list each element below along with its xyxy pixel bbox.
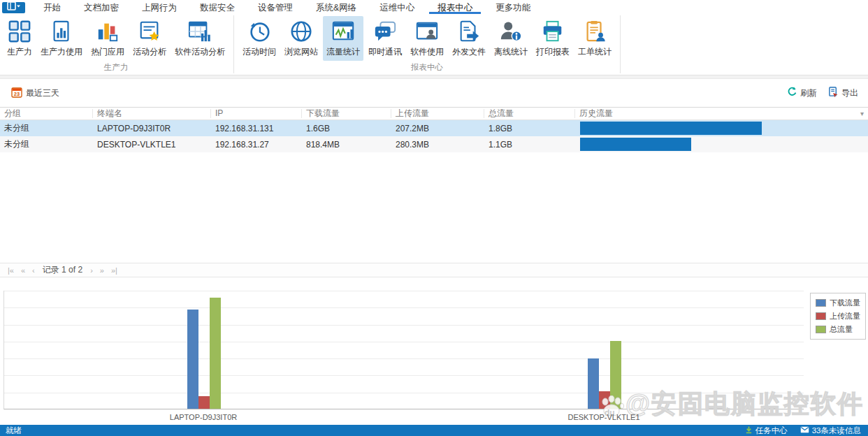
column-header-上传流量[interactable]: 上传流量: [391, 109, 484, 118]
menu-tab-系统&网络[interactable]: 系统&网络: [308, 0, 365, 14]
next-page-button[interactable]: ›: [87, 266, 96, 275]
cell-terminal: LAPTOP-D9J3IT0R: [93, 124, 211, 133]
ribbon-item-浏览网站[interactable]: 浏览网站: [281, 16, 321, 61]
date-range-label: 最近三天: [26, 87, 59, 99]
menu-tab-运维中心[interactable]: 运维中心: [371, 0, 423, 14]
menu-tab-数据安全[interactable]: 数据安全: [191, 0, 243, 14]
cell-terminal: DESKTOP-VLKTLE1: [93, 140, 211, 150]
fast-next-button[interactable]: »: [96, 266, 108, 275]
ribbon-item-生产力使用[interactable]: 生产力使用: [37, 16, 86, 61]
ribbon-item-热门应用[interactable]: 热门应用: [87, 16, 128, 61]
ribbon-item-label: 外发文件: [452, 46, 486, 58]
chart-bar-上传流量-DESKTOP-VLKTLE1: [599, 391, 610, 409]
table-header: 分组终端名IP下载流量上传流量总流量历史流量▾: [0, 107, 868, 120]
ribbon-group-separator: [233, 15, 234, 73]
column-options-caret-icon[interactable]: ▾: [860, 109, 864, 118]
ribbon-item-即时通讯[interactable]: 即时通讯: [365, 16, 405, 61]
app-window-icon: [7, 1, 21, 13]
ribbon-item-label: 生产力使用: [41, 46, 82, 58]
task-center-button[interactable]: 任务中心: [745, 426, 788, 436]
status-text: 就绪: [6, 426, 22, 436]
person-info-icon: [499, 18, 523, 44]
ribbon-item-软件活动分析[interactable]: 软件活动分析: [171, 16, 229, 61]
column-header-label: 历史流量: [579, 109, 613, 118]
unread-messages-button[interactable]: 33条未读信息: [800, 426, 861, 436]
pagination-bar: |««‹记录 1 of 2›»»|: [0, 263, 868, 277]
menu-tab-更多功能[interactable]: 更多功能: [487, 0, 539, 14]
cell-group: 未分组: [0, 122, 93, 134]
traffic-chart: 下载流量上传流量总流量 du @安固电脑监控软件 LAPTOP-D9J3IT0R…: [0, 277, 868, 425]
bars-icon: [96, 18, 120, 44]
legend-item-上传流量: 上传流量: [816, 311, 860, 321]
window-person-icon: [415, 18, 440, 44]
clipboard-person-icon: [583, 18, 607, 44]
column-header-label: 终端名: [97, 108, 122, 118]
last-page-button[interactable]: »|: [108, 266, 121, 275]
column-header-终端名[interactable]: 终端名: [93, 109, 211, 118]
ribbon-item-活动分析[interactable]: 活动分析: [129, 16, 170, 61]
table-body: 未分组LAPTOP-D9J3IT0R192.168.31.1311.6GB207…: [0, 120, 868, 152]
x-axis-label: DESKTOP-VLKTLE1: [567, 413, 639, 421]
ribbon-group-生产力: 生产力生产力使用热门应用活动分析软件活动分析生产力: [0, 14, 232, 75]
ribbon-item-label: 软件使用: [410, 46, 444, 58]
ribbon-item-软件使用[interactable]: 软件使用: [407, 16, 447, 61]
cell-upload: 207.2MB: [391, 124, 484, 133]
column-header-下载流量[interactable]: 下载流量: [302, 109, 391, 118]
legend-swatch: [816, 326, 826, 333]
ribbon-item-活动时间[interactable]: 活动时间: [239, 16, 280, 61]
clock-icon: [247, 18, 272, 44]
legend-label: 上传流量: [830, 311, 860, 321]
calendar-icon: 23: [11, 87, 22, 100]
gridline: [4, 325, 804, 326]
column-header-label: IP: [215, 108, 223, 118]
ribbon-group-items: 活动时间浏览网站流量统计即时通讯软件使用外发文件离线统计打印报表工单统计: [236, 14, 619, 62]
first-page-button[interactable]: |«: [4, 266, 17, 275]
prev-page-button[interactable]: ‹: [29, 266, 38, 275]
column-header-label: 分组: [4, 108, 21, 118]
ribbon-item-离线统计[interactable]: 离线统计: [491, 16, 531, 61]
chat-icon: [373, 18, 398, 44]
gridline: [4, 375, 804, 376]
ribbon-item-label: 流量统计: [326, 46, 360, 58]
menu-tab-报表中心[interactable]: 报表中心: [429, 0, 481, 14]
column-header-总流量[interactable]: 总流量: [484, 109, 575, 118]
menu-tab-上网行为[interactable]: 上网行为: [133, 0, 185, 14]
ribbon-item-label: 浏览网站: [284, 46, 318, 58]
column-header-历史流量[interactable]: 历史流量▾: [575, 109, 868, 118]
gridline: [4, 342, 804, 342]
doc-star-icon: [138, 18, 162, 44]
export-icon: [828, 87, 839, 99]
gridline: [4, 393, 804, 393]
fast-prev-button[interactable]: «: [17, 266, 29, 275]
ribbon-item-工单统计[interactable]: 工单统计: [574, 16, 615, 61]
export-button[interactable]: 导出: [828, 87, 858, 99]
refresh-button[interactable]: 刷新: [787, 87, 817, 99]
chart-bar-下载流量-DESKTOP-VLKTLE1: [588, 358, 599, 409]
status-bar: 就绪 任务中心 33条未读信息: [0, 425, 868, 436]
app-menu-button[interactable]: [2, 2, 25, 13]
ribbon-item-label: 工单统计: [578, 46, 612, 58]
menubar: 开始文档加密上网行为数据安全设备管理系统&网络运维中心报表中心更多功能: [0, 0, 868, 14]
table-row[interactable]: 未分组DESKTOP-VLKTLE1192.168.31.27818.4MB28…: [0, 136, 868, 152]
refresh-label: 刷新: [800, 87, 817, 99]
history-traffic-bar: [580, 122, 762, 135]
cell-total: 1.8GB: [484, 124, 575, 133]
column-header-分组[interactable]: 分组: [0, 109, 93, 118]
gridline: [4, 358, 804, 359]
ribbon-item-label: 打印报表: [536, 46, 570, 58]
table-row[interactable]: 未分组LAPTOP-D9J3IT0R192.168.31.1311.6GB207…: [0, 120, 868, 136]
menu-tab-设备管理[interactable]: 设备管理: [249, 0, 301, 14]
date-range-filter[interactable]: 23 最近三天: [11, 87, 59, 100]
unread-messages-label: 33条未读信息: [812, 426, 861, 436]
menu-tab-开始[interactable]: 开始: [35, 0, 69, 14]
doc-chart-icon: [50, 18, 74, 44]
column-header-IP[interactable]: IP: [211, 109, 302, 118]
gridline: [4, 307, 804, 308]
ribbon-item-生产力[interactable]: 生产力: [3, 16, 36, 61]
menu-tab-文档加密[interactable]: 文档加密: [75, 0, 127, 14]
ribbon-item-打印报表[interactable]: 打印报表: [533, 16, 573, 61]
ribbon-item-外发文件[interactable]: 外发文件: [449, 16, 489, 61]
ribbon-item-流量统计[interactable]: 流量统计: [323, 16, 363, 61]
legend-item-下载流量: 下载流量: [816, 298, 860, 308]
table-chart-icon: [188, 18, 212, 44]
